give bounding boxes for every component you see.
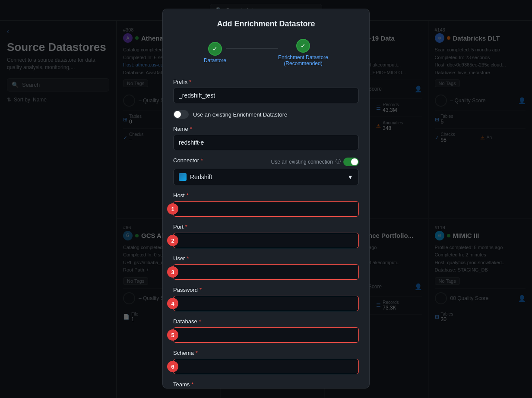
host-input[interactable]: [173, 201, 359, 217]
teams-group: Teams* 7 Public ✕ ✕ ▼: [173, 381, 359, 389]
port-label: Port*: [173, 224, 359, 230]
step-2: ✓ Enrichment Datastore(Recommended): [278, 39, 328, 66]
schema-label: Schema*: [173, 350, 359, 356]
connector-select[interactable]: Redshift ▼: [173, 169, 359, 185]
use-existing-toggle[interactable]: [173, 110, 189, 119]
user-group: User* 3: [173, 255, 359, 280]
modal-title: Add Enrichment Datastore: [173, 19, 359, 28]
use-existing-connection-toggle[interactable]: [343, 158, 359, 166]
name-input[interactable]: [173, 135, 359, 150]
prefix-label: Prefix*: [173, 79, 359, 85]
port-input-wrapper: 2: [173, 233, 359, 248]
step-connector: [226, 48, 278, 49]
user-input-wrapper: 3: [173, 264, 359, 280]
connector-group: Connector* Use an existing connection ⓘ …: [173, 157, 359, 185]
modal-add-enrichment: Add Enrichment Datastore ✓ Datastore ✓ E…: [162, 9, 370, 389]
info-icon: ⓘ: [336, 158, 341, 165]
use-existing-connection-label: Use an existing connection: [271, 159, 333, 165]
teams-label: Teams*: [173, 381, 359, 388]
host-input-wrapper: 1: [173, 201, 359, 217]
toggle-row: Use an existing Enrichment Datastore: [173, 110, 359, 119]
host-group: Host* 1: [173, 192, 359, 217]
toggle-label: Use an existing Enrichment Datastore: [193, 111, 287, 118]
host-label: Host*: [173, 192, 359, 199]
step-badge-4: 4: [167, 298, 178, 309]
port-group: Port* 2: [173, 224, 359, 248]
step-badge-1: 1: [167, 203, 178, 215]
schema-group: Schema* 6: [173, 350, 359, 374]
stepper: ✓ Datastore ✓ Enrichment Datastore(Recom…: [173, 39, 359, 66]
schema-input[interactable]: [173, 359, 359, 374]
password-input[interactable]: [173, 296, 359, 311]
password-input-wrapper: 4: [173, 296, 359, 311]
modal-overlay: Add Enrichment Datastore ✓ Datastore ✓ E…: [0, 0, 532, 398]
prefix-input[interactable]: [173, 88, 359, 103]
step-badge-6: 6: [167, 361, 178, 372]
schema-input-wrapper: 6: [173, 359, 359, 374]
password-group: Password* 4: [173, 287, 359, 311]
name-group: Name*: [173, 126, 359, 150]
user-label: User*: [173, 255, 359, 262]
step-circle-1: ✓: [208, 42, 222, 56]
name-label: Name*: [173, 126, 359, 132]
database-input[interactable]: [173, 327, 359, 343]
port-input[interactable]: [173, 233, 359, 248]
step-label-1: Datastore: [204, 57, 226, 63]
step-badge-2: 2: [167, 235, 178, 246]
step-badge-3: 3: [167, 266, 178, 278]
step-1: ✓ Datastore: [204, 42, 226, 63]
connector-select-inner: Redshift: [179, 173, 212, 181]
chevron-down-icon: ▼: [347, 174, 353, 180]
password-label: Password*: [173, 287, 359, 293]
redshift-logo: [179, 173, 187, 181]
user-input[interactable]: [173, 264, 359, 280]
use-existing-connection-row: Use an existing connection ⓘ: [271, 158, 359, 166]
step-label-2: Enrichment Datastore(Recommended): [278, 54, 328, 66]
prefix-group: Prefix*: [173, 79, 359, 103]
database-input-wrapper: 5: [173, 327, 359, 343]
step-badge-5: 5: [167, 329, 178, 341]
database-group: Database* 5: [173, 318, 359, 343]
connector-label: Connector*: [173, 157, 203, 164]
step-circle-2: ✓: [296, 39, 310, 53]
database-label: Database*: [173, 318, 359, 325]
connector-label-row: Connector* Use an existing connection ⓘ: [173, 157, 359, 166]
